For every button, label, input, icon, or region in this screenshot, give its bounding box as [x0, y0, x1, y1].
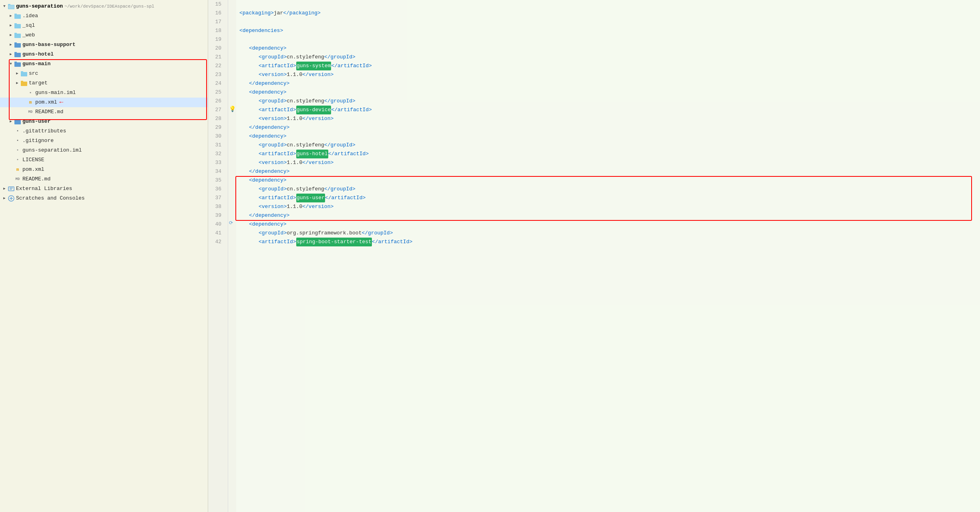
sidebar-item-label: guns-main.iml: [35, 88, 76, 97]
bulb-icon[interactable]: 💡: [229, 106, 236, 112]
folder-yellow-icon: [21, 80, 27, 86]
sidebar-item-label: Scratches and Consoles: [16, 194, 85, 203]
sidebar-item-guns-separation-iml[interactable]: ▪ guns-separation.iml: [0, 146, 208, 155]
git-file-icon: ▪: [14, 138, 21, 144]
svg-rect-10: [14, 42, 17, 44]
sidebar-item-license[interactable]: ▪ LICENSE: [0, 155, 208, 165]
sidebar-item-gitignore[interactable]: ▪ .gitignore: [0, 136, 208, 146]
expand-arrow[interactable]: [2, 186, 7, 192]
xml-file-icon: m: [27, 99, 34, 106]
sidebar-item-label: .gitignore: [22, 136, 54, 145]
code-line-28: <version>1.1.0</version>: [239, 114, 977, 123]
sidebar-item-guns-main-iml[interactable]: ▪ guns-main.iml: [0, 88, 208, 98]
code-line-32: <artifactId>guns-hotel</artifactId>: [239, 150, 977, 158]
sidebar-item-label: guns-base-support: [22, 40, 76, 49]
sidebar-item-guns-hotel[interactable]: guns-hotel: [0, 50, 208, 59]
folder-icon: [8, 3, 14, 10]
iml-file-icon: ▪: [14, 147, 21, 154]
sidebar-item-readme-root[interactable]: MD README.md: [0, 174, 208, 184]
svg-rect-14: [14, 62, 17, 63]
expand-arrow[interactable]: [14, 80, 20, 86]
sidebar-item-web[interactable]: _web: [0, 30, 208, 40]
code-line-27: <artifactId>guns-device</artifactId>: [239, 106, 977, 114]
sidebar-item-guns-user[interactable]: guns-user: [0, 117, 208, 126]
expand-arrow[interactable]: [14, 71, 20, 76]
editor-gutter: 💡 ⟳: [228, 0, 236, 512]
scroll-icon[interactable]: ⟳: [229, 220, 233, 226]
module-folder-icon: [14, 42, 21, 48]
code-line-22: <artifactId>guns-system</artifactId>: [239, 62, 977, 70]
scratches-icon: [8, 195, 14, 202]
expand-arrow[interactable]: [8, 52, 14, 57]
sidebar-item-src[interactable]: src: [0, 69, 208, 78]
code-line-26: <groupId>cn.stylefeng</groupId>: [239, 97, 977, 106]
red-arrow-indicator: ←: [60, 98, 64, 107]
sidebar-item-guns-main[interactable]: guns-main: [0, 59, 208, 69]
sidebar-item-target[interactable]: target: [0, 78, 208, 88]
sidebar-item-readme-main[interactable]: MD README.md: [0, 107, 208, 117]
sidebar-item-label: _sql: [22, 21, 35, 30]
code-line-15: [239, 0, 977, 9]
sidebar-item-label: _web: [22, 31, 35, 40]
folder-icon: [14, 32, 21, 38]
code-line-40: <dependency>: [239, 220, 977, 229]
sidebar-item-external-libraries[interactable]: External Libraries: [0, 184, 208, 194]
expand-arrow[interactable]: [8, 61, 14, 67]
code-line-39: </dependency>: [239, 211, 977, 220]
expand-arrow[interactable]: [8, 119, 14, 124]
expand-arrow[interactable]: [8, 42, 14, 48]
sidebar-item-label: target: [29, 79, 48, 88]
folder-icon: [14, 13, 21, 19]
svg-rect-21: [8, 187, 14, 191]
code-line-42: <artifactId>spring-boot-starter-test</ar…: [239, 238, 977, 246]
code-line-38: <version>1.1.0</version>: [239, 202, 977, 211]
code-line-16: <packaging>jar</packaging>: [239, 9, 977, 18]
svg-rect-8: [14, 33, 17, 34]
md-file-icon: MD: [27, 109, 34, 115]
sidebar-item-label: guns-separation: [16, 2, 63, 11]
project-sidebar[interactable]: guns-separation ~/work/devSpace/IDEAspac…: [0, 0, 208, 512]
sidebar-item-label: pom.xml: [22, 165, 44, 174]
svg-rect-2: [8, 5, 14, 9]
expand-arrow[interactable]: [8, 13, 14, 19]
svg-rect-20: [14, 119, 17, 121]
xml-file-icon: m: [14, 166, 21, 173]
sidebar-item-scratches[interactable]: Scratches and Consoles: [0, 194, 208, 203]
sidebar-item-gitattributes[interactable]: ▪ .gitattributes: [0, 126, 208, 136]
md-file-icon: MD: [14, 176, 21, 182]
module-folder-icon: [14, 61, 21, 67]
svg-rect-4: [14, 14, 17, 15]
sidebar-item-label: guns-separation.iml: [22, 146, 82, 155]
expand-arrow[interactable]: [2, 196, 7, 201]
license-file-icon: ▪: [14, 157, 21, 163]
code-line-21: <groupId>cn.stylefeng</groupId>: [239, 53, 977, 62]
svg-rect-6: [14, 23, 17, 25]
sidebar-item-label: README.md: [22, 175, 50, 184]
code-line-18: <dependencies>: [239, 26, 977, 35]
sidebar-item-pom-xml-main[interactable]: m pom.xml ←: [0, 98, 208, 107]
code-line-41: <groupId>org.springframework.boot</group…: [239, 229, 977, 238]
sidebar-item-label: LICENSE: [22, 156, 44, 164]
expand-arrow[interactable]: [8, 23, 14, 28]
expand-arrow[interactable]: [8, 32, 14, 38]
svg-rect-12: [14, 52, 17, 54]
sidebar-item-label: README.md: [35, 108, 63, 116]
code-line-35: <dependency>: [239, 176, 977, 185]
code-content[interactable]: <packaging>jar</packaging> <dependencies…: [236, 0, 980, 512]
sidebar-item-label: guns-user: [22, 117, 50, 126]
folder-icon: [14, 22, 21, 29]
sidebar-item-pom-xml-root[interactable]: m pom.xml: [0, 165, 208, 174]
code-line-17: [239, 18, 977, 26]
code-line-37: <artifactId>guns-user</artifactId>: [239, 194, 977, 202]
code-editor[interactable]: 15 16 17 18 19 20 21 22 23 24 25 26 27 2…: [208, 0, 980, 512]
sidebar-item-guns-separation[interactable]: guns-separation ~/work/devSpace/IDEAspac…: [0, 2, 208, 11]
sidebar-item-label: External Libraries: [16, 184, 72, 193]
sidebar-item-guns-base-support[interactable]: guns-base-support: [0, 40, 208, 50]
expand-arrow[interactable]: [2, 4, 7, 9]
module-folder-icon: [14, 51, 21, 58]
sidebar-item-sql[interactable]: _sql: [0, 21, 208, 30]
line-numbers: 15 16 17 18 19 20 21 22 23 24 25 26 27 2…: [208, 0, 228, 512]
sidebar-item-label: src: [29, 69, 38, 78]
sidebar-item-idea[interactable]: .idea: [0, 11, 208, 21]
code-line-25: <dependency>: [239, 88, 977, 97]
